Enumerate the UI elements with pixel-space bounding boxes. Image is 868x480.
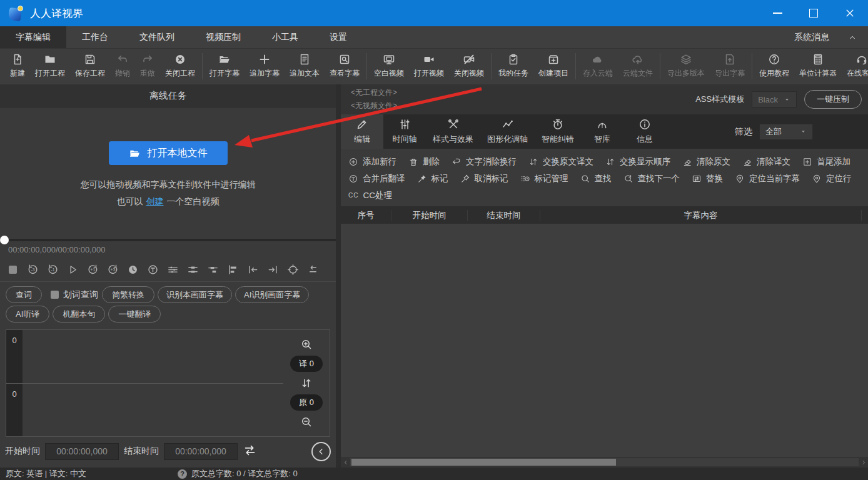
play-button[interactable] [63,260,83,279]
stop-button[interactable] [3,260,23,279]
select-lookup-label[interactable]: 划词查询 [63,289,98,301]
forward-3s-button[interactable]: +3 [103,260,123,279]
translation-text-area[interactable] [23,330,283,383]
toolbar-close-video[interactable]: 关闭视频 [449,53,489,79]
toolbar-save-to-cloud[interactable]: 存入云端 [578,53,618,79]
ocr-frame-subtitle-button[interactable]: 识别本画面字幕 [158,286,232,303]
toolbar-export-subtitle[interactable]: 导出字幕 [710,53,750,79]
one-click-translate-button[interactable]: 一键翻译 [108,306,161,322]
action-find-next[interactable]: 查找下一个 [623,173,680,184]
machine-translate-sentence-button[interactable]: 机翻本句 [53,306,105,322]
action-replace[interactable]: 替换 [692,173,723,184]
toolbar-blank-video[interactable]: 空白视频 [369,53,409,79]
column-subtitle-content[interactable]: 字幕内容 [540,210,862,221]
column-end-time[interactable]: 结束时间 [468,210,540,221]
toolbar-online-support[interactable]: 在线客服 [842,53,868,79]
rewind-3s-button[interactable]: -3 [23,260,43,279]
end-time-input[interactable] [164,443,238,460]
action-swap-display-order[interactable]: 交换显示顺序 [605,156,670,168]
simplified-traditional-button[interactable]: 简繁转换 [102,286,154,303]
toolbar-close-project[interactable]: 关闭工程 [160,53,200,79]
toolbar-append-subtitle[interactable]: 追加字幕 [245,53,285,79]
rewind-1s-button[interactable]: -1 [43,260,63,279]
toolbar-create-project[interactable]: 创建项目 [533,53,573,79]
scrollbar-track[interactable] [350,458,859,466]
horizontal-scrollbar[interactable] [341,457,868,468]
action-swap-source-target[interactable]: 交换原文译文 [528,156,593,168]
toolbar-open-project[interactable]: 打开工程 [30,53,70,79]
start-time-input[interactable] [45,443,119,460]
action-unmark[interactable]: 取消标记 [460,173,508,184]
tab-style-effects[interactable]: 样式与效果 [426,114,480,149]
lookup-word-button[interactable]: 查词 [6,286,42,303]
swap-original-translation-icon[interactable] [300,377,313,389]
action-mark-manager[interactable]: 标记管理 [520,173,568,184]
merge-offset-button[interactable] [203,260,223,279]
action-remove-linebreak[interactable]: 文字消除换行 [452,156,517,168]
playback-slider[interactable] [0,235,336,245]
ai-ocr-subtitle-button[interactable]: AI识别画面字幕 [235,286,309,303]
action-cc-process[interactable]: CCCC处理 [348,190,392,201]
column-start-time[interactable]: 开始时间 [391,210,468,221]
scroll-right-arrow[interactable] [859,457,868,468]
action-clear-source[interactable]: 清除原文 [682,156,730,168]
merge-center-button[interactable] [183,260,203,279]
menu-workbench[interactable]: 工作台 [66,26,124,48]
toolbar-open-video[interactable]: 打开视频 [409,53,449,79]
scroll-left-arrow[interactable] [341,457,350,468]
zoom-in-icon[interactable] [300,338,313,351]
action-locate-line[interactable]: 定位行 [812,173,852,184]
menu-subtitle-edit[interactable]: 字幕编辑 [0,26,66,48]
tab-info[interactable]: 信息 [623,114,666,149]
tab-graphical-timing[interactable]: 图形化调轴 [480,114,535,149]
align-left-button[interactable] [223,260,243,279]
toolbar-new[interactable]: 新建 [5,53,30,79]
shift-left-button[interactable] [303,260,323,279]
scrollbar-thumb[interactable] [351,459,616,466]
text-mode-button[interactable] [143,260,163,279]
forward-1s-button[interactable]: +1 [83,260,103,279]
menu-settings[interactable]: 设置 [314,26,363,48]
system-message-label[interactable]: 系统消息 [794,32,829,43]
to-start-button[interactable] [243,260,263,279]
collapse-chevron-icon[interactable] [848,33,857,42]
maximize-button[interactable] [795,0,832,26]
create-link[interactable]: 创建 [146,196,164,206]
ass-template-select[interactable]: Black [752,91,797,108]
subtitle-table-body[interactable] [341,224,868,457]
action-merge-translate[interactable]: 合并后翻译 [348,173,405,184]
swap-times-button[interactable] [243,443,257,459]
column-index[interactable]: 序号 [341,210,391,221]
to-end-button[interactable] [263,260,283,279]
toolbar-cloud-files[interactable]: 云端文件 [618,53,658,79]
tab-smart-correction[interactable]: 智能纠错 [535,114,581,149]
timeline-sliders-button[interactable] [163,260,183,279]
original-text-area[interactable] [23,384,283,437]
one-click-render-button[interactable]: 一键压制 [804,90,862,109]
tab-edit[interactable]: 编辑 [341,114,383,149]
toolbar-unit-calculator[interactable]: 单位计算器 [794,53,842,79]
collapse-panel-button[interactable] [311,442,331,461]
action-mark[interactable]: 标记 [417,173,448,184]
clock-button[interactable] [123,260,143,279]
toolbar-export-multi[interactable]: 导出多版本 [662,53,710,79]
crosshair-button[interactable] [283,260,303,279]
tab-knowledge-base[interactable]: 智库 [581,114,623,149]
toolbar-view-subtitle[interactable]: 查看字幕 [325,53,365,79]
action-delete[interactable]: 删除 [408,156,440,168]
toolbar-tutorial[interactable]: 使用教程 [754,53,794,79]
select-lookup-checkbox[interactable] [51,291,59,299]
tab-timeline[interactable]: 时间轴 [383,114,426,149]
open-local-file-button[interactable]: 打开本地文件 [109,141,228,165]
toolbar-append-text[interactable]: 追加文本 [285,53,325,79]
help-question-icon[interactable]: ? [178,469,187,479]
menu-video-render[interactable]: 视频压制 [190,26,256,48]
toolbar-save-project[interactable]: 保存工程 [70,53,110,79]
toolbar-undo[interactable]: 撤销 [110,53,135,79]
menu-tools[interactable]: 小工具 [256,26,314,48]
action-clear-target[interactable]: 清除译文 [742,156,790,168]
toolbar-redo[interactable]: 重做 [135,53,160,79]
filter-select[interactable]: 全部 [759,124,813,140]
action-add-head-tail[interactable]: 首尾添加 [802,156,850,168]
action-find[interactable]: 查找 [580,173,612,184]
